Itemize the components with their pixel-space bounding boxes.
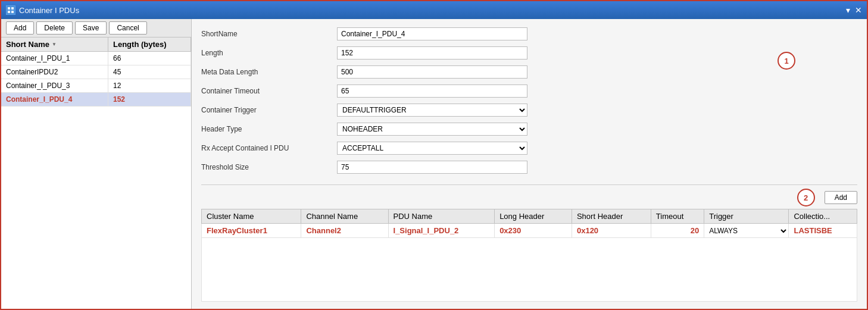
table-row[interactable]: FlexRayCluster1 Channel2 I_Signal_I_PDU_… (202, 224, 857, 238)
form-row-container-trigger: Container Trigger DEFAULTTRIGGER CYCLIC … (201, 102, 857, 118)
short-name-input[interactable] (337, 27, 527, 40)
trigger-select[interactable]: ALWAYS CYCLIC TRIGGERED (704, 224, 788, 237)
table-row[interactable]: ContainerIPDU2 45 (1, 65, 191, 79)
meta-data-length-input[interactable] (337, 65, 527, 79)
form-row-short-name: ShortName (201, 26, 857, 42)
form-row-threshold-size: Threshold Size (201, 159, 857, 175)
form-row-header-type: Header Type NOHEADER SHORT_HEADER LONG_H… (201, 121, 857, 137)
length-input[interactable] (337, 46, 527, 60)
header-type-select[interactable]: NOHEADER SHORT_HEADER LONG_HEADER (337, 123, 527, 136)
badge-2: 2 (797, 189, 815, 206)
cell-channel-name: Channel2 (301, 224, 388, 238)
container-timeout-label: Container Timeout (201, 87, 332, 95)
form-row-length: Length (201, 45, 857, 61)
cell-short-name: Container_I_PDU_4 (1, 93, 108, 106)
form-row-container-timeout: Container Timeout (201, 83, 857, 99)
container-trigger-select[interactable]: DEFAULTTRIGGER CYCLIC TRIGGERED (337, 104, 527, 117)
cell-long-header: 0x230 (495, 224, 572, 238)
close-button[interactable]: ✕ (855, 6, 862, 14)
right-panel: 1 ShortName Length Meta Data Length Cont… (192, 19, 867, 309)
pin-button[interactable]: ▾ (846, 6, 850, 14)
svg-rect-3 (11, 11, 14, 13)
meta-data-length-label: Meta Data Length (201, 68, 332, 76)
main-window: Container I PDUs ▾ ✕ Add Delete Save Can… (0, 0, 868, 310)
cell-length: 152 (108, 93, 191, 106)
list-body: Container_I_PDU_1 66 ContainerIPDU2 45 C… (1, 52, 191, 107)
data-table: Cluster Name Channel Name PDU Name Long … (201, 209, 857, 238)
bottom-empty-area (201, 238, 857, 302)
list-header: Short Name ▼ Length (bytes) (1, 37, 191, 52)
save-button[interactable]: Save (75, 21, 107, 35)
cell-length: 45 (108, 65, 191, 79)
form-row-rx-accept: Rx Accept Contained I PDU ACCEPTALL ACCE… (201, 140, 857, 156)
sort-icon: ▼ (52, 42, 57, 47)
title-bar: Container I PDUs ▾ ✕ (1, 1, 867, 19)
container-trigger-label: Container Trigger (201, 106, 332, 114)
svg-rect-1 (11, 7, 14, 10)
threshold-size-label: Threshold Size (201, 163, 332, 171)
cell-length: 66 (108, 52, 191, 65)
svg-rect-0 (8, 7, 10, 10)
col-trigger: Trigger (704, 209, 789, 224)
delete-button[interactable]: Delete (36, 21, 73, 35)
badge-1: 1 (778, 52, 795, 70)
cell-cluster-name: FlexRayCluster1 (202, 224, 301, 238)
length-label: Length (201, 49, 332, 57)
threshold-size-input[interactable] (337, 161, 527, 174)
container-timeout-input[interactable] (337, 84, 527, 98)
title-bar-controls: ▾ ✕ (846, 6, 862, 14)
cell-length: 12 (108, 79, 191, 92)
col-channel-name: Channel Name (301, 209, 388, 224)
header-type-label: Header Type (201, 125, 332, 133)
add-button[interactable]: Add (6, 21, 34, 35)
col-long-header: Long Header (495, 209, 572, 224)
cell-timeout: 20 (651, 224, 704, 238)
cell-short-name: ContainerIPDU2 (1, 65, 108, 79)
cell-pdu-name: I_Signal_I_PDU_2 (388, 224, 495, 238)
col-timeout: Timeout (651, 209, 704, 224)
form-row-meta-data-length: Meta Data Length (201, 64, 857, 80)
cell-collection: LASTISBE (789, 224, 857, 238)
short-name-column-header: Short Name ▼ (1, 37, 108, 51)
left-panel: Add Delete Save Cancel Short Name ▼ Leng… (1, 19, 192, 309)
add-row-button[interactable]: Add (825, 191, 857, 204)
bottom-toolbar: 2 Add (201, 189, 857, 206)
title-bar-left: Container I PDUs (6, 5, 79, 15)
cell-short-name: Container_I_PDU_1 (1, 52, 108, 65)
rx-accept-label: Rx Accept Contained I PDU (201, 144, 332, 152)
rx-accept-select[interactable]: ACCEPTALL ACCEPT_CONFIGURED (337, 142, 527, 155)
table-row[interactable]: Container_I_PDU_1 66 (1, 52, 191, 65)
cell-short-name: Container_I_PDU_3 (1, 79, 108, 92)
cancel-button[interactable]: Cancel (109, 21, 146, 35)
form-section: ShortName Length Meta Data Length Contai… (201, 26, 857, 175)
bottom-section: 2 Add Cluster Name Channel Name PDU Name… (201, 184, 857, 302)
table-row[interactable]: Container_I_PDU_4 152 (1, 93, 191, 107)
cell-trigger[interactable]: ALWAYS CYCLIC TRIGGERED (704, 224, 789, 238)
col-short-header: Short Header (572, 209, 651, 224)
short-name-label: ShortName (201, 30, 332, 38)
col-pdu-name: PDU Name (388, 209, 495, 224)
cell-short-header: 0x120 (572, 224, 651, 238)
table-row[interactable]: Container_I_PDU_3 12 (1, 79, 191, 93)
col-collection: Collectio... (789, 209, 857, 224)
window-title: Container I PDUs (19, 6, 79, 15)
main-content: Add Delete Save Cancel Short Name ▼ Leng… (1, 19, 867, 309)
svg-rect-2 (8, 11, 10, 13)
window-icon (6, 5, 15, 15)
col-cluster-name: Cluster Name (202, 209, 301, 224)
toolbar: Add Delete Save Cancel (1, 19, 191, 37)
length-column-header: Length (bytes) (108, 37, 191, 51)
